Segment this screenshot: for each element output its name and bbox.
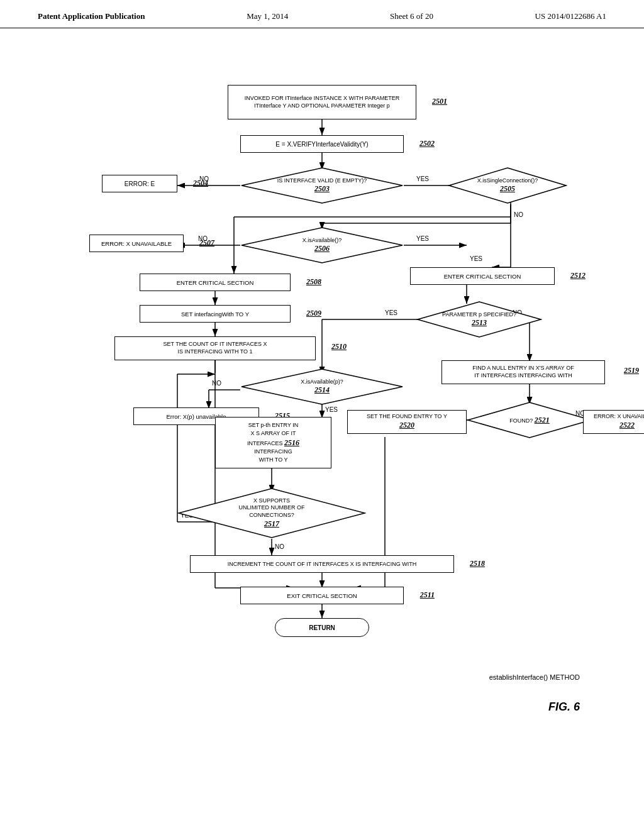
- node-2511-label: EXIT CRITICAL SECTION: [287, 592, 357, 599]
- node-2512: ENTER CRITICAL SECTION 2512: [410, 267, 555, 285]
- main-content: YES NO NO YES NO YES: [0, 28, 644, 770]
- node-2512-label: ENTER CRITICAL SECTION: [444, 273, 521, 280]
- svg-text:NO: NO: [212, 380, 221, 387]
- svg-text:YES: YES: [325, 406, 338, 413]
- header-patent-number: US 2014/0122686 A1: [535, 11, 606, 21]
- node-2501-number: 2501: [432, 97, 447, 106]
- node-2518-label: INCREMENT THE COUNT OF IT INTERFACES X I…: [228, 561, 416, 567]
- node-2508-number: 2508: [306, 277, 321, 287]
- svg-text:NO: NO: [275, 543, 284, 550]
- node-2509: SET interfacingWith TO Y 2509: [140, 305, 291, 323]
- node-2520: SET THE FOUND ENTRY TO Y2520: [347, 410, 467, 434]
- node-2518-number: 2518: [470, 559, 485, 568]
- header-publication-label: Patent Application Publication: [38, 11, 145, 21]
- node-2519: FIND A NULL ENTRY IN X'S ARRAY OFIT INTE…: [441, 360, 605, 384]
- node-2507: ERROR: X UNAVAILABLE 2507: [89, 235, 184, 252]
- node-2504: ERROR: E 2504: [102, 175, 177, 192]
- header-sheet: Sheet 6 of 20: [390, 11, 433, 21]
- node-return-label: RETURN: [309, 624, 335, 631]
- method-label: establishInterface() METHOD: [489, 671, 580, 682]
- svg-text:YES: YES: [416, 175, 429, 182]
- node-2511-number: 2511: [420, 590, 435, 600]
- node-2504-label: ERROR: E: [125, 180, 155, 187]
- node-2502-label: E = X.VERIFYInterfaceValidity(Y): [275, 141, 368, 148]
- svg-text:YES: YES: [416, 235, 429, 242]
- node-2521: FOUND? 2521: [467, 401, 592, 439]
- node-2514: X.isAvailable(p)?2514: [240, 368, 404, 406]
- node-2508: ENTER CRITICAL SECTION 2508: [140, 274, 291, 291]
- node-2522: ERROR: X UNAVAILABLE2522: [583, 410, 644, 434]
- flowchart: YES NO NO YES NO YES: [52, 60, 592, 751]
- node-2502: E = X.VERIFYInterfaceValidity(Y) 2502: [240, 135, 404, 153]
- node-2512-number: 2512: [570, 271, 586, 280]
- svg-text:YES: YES: [385, 309, 397, 316]
- node-2502-number: 2502: [419, 139, 435, 148]
- node-2504-number: 2504: [193, 179, 208, 188]
- node-2503: IS INTERFACE VALID (E EMPTY)?2503: [240, 167, 404, 204]
- node-2506: X.isAvailable()?2506: [240, 226, 404, 264]
- node-2522-label: ERROR: X UNAVAILABLE2522: [594, 413, 644, 430]
- node-2516-label: SET p-th ENTRY INX S ARRAY OF ITINTERFAC…: [247, 421, 299, 463]
- node-2520-label: SET THE FOUND ENTRY TO Y2520: [367, 413, 447, 430]
- node-2510-label: SET THE COUNT OF IT INTERFACES XIS INTER…: [164, 341, 267, 355]
- node-2511: EXIT CRITICAL SECTION 2511: [240, 587, 404, 604]
- node-2518: INCREMENT THE COUNT OF IT INTERFACES X I…: [190, 555, 454, 573]
- node-2507-label: ERROR: X UNAVAILABLE: [101, 240, 172, 247]
- node-2516: SET p-th ENTRY INX S ARRAY OF ITINTERFAC…: [215, 417, 331, 468]
- node-return: RETURN: [275, 618, 369, 637]
- node-2509-number: 2509: [306, 309, 321, 318]
- node-2507-number: 2507: [199, 238, 214, 248]
- node-2501-label: INVOKED FOR ITInterface INSTANCE X WITH …: [245, 95, 400, 109]
- node-2517: X SUPPORTSUNLIMITED NUMBER OFCONNECTIONS…: [177, 487, 366, 539]
- node-2513: PARAMETER p SPECIFIED?2513: [416, 301, 542, 338]
- svg-text:YES: YES: [470, 255, 482, 262]
- node-2508-label: ENTER CRITICAL SECTION: [177, 279, 254, 286]
- node-2519-number: 2519: [624, 366, 639, 375]
- node-2501: INVOKED FOR ITInterface INSTANCE X WITH …: [228, 85, 416, 119]
- node-2510-number: 2510: [331, 342, 347, 351]
- node-2505: X.isSingleConnection()?2505: [448, 167, 567, 204]
- node-2509-label: SET interfacingWith TO Y: [181, 311, 249, 318]
- page-header: Patent Application Publication May 1, 20…: [0, 0, 644, 28]
- node-2510: SET THE COUNT OF IT INTERFACES XIS INTER…: [114, 336, 316, 360]
- svg-text:NO: NO: [514, 211, 523, 218]
- node-2519-label: FIND A NULL ENTRY IN X'S ARRAY OFIT INTE…: [472, 365, 574, 379]
- fig-label: FIG. 6: [548, 700, 580, 714]
- header-date: May 1, 2014: [247, 11, 288, 21]
